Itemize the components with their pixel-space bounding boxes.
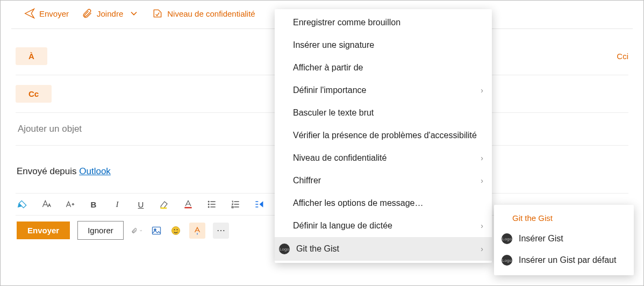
svg-point-7 [171,226,180,234]
svg-point-3 [208,204,209,205]
menu-item[interactable]: Afficher les options de message… [275,192,492,215]
bulleted-list-icon[interactable] [206,198,218,210]
discard-button[interactable]: Ignorer [77,221,124,240]
toggle-format-bar-button[interactable] [189,223,205,239]
underline-button[interactable]: U [135,198,147,210]
menu-item[interactable]: Insérer une signature [275,34,492,56]
sensitivity-icon [152,8,163,19]
svg-point-9 [176,229,177,230]
numbered-list-icon[interactable] [230,198,241,210]
insert-picture-button[interactable] [151,225,162,237]
svg-point-4 [208,206,209,208]
chevron-right-icon: › [481,86,483,95]
italic-button[interactable]: I [111,198,123,210]
outdent-icon[interactable] [253,198,265,210]
attach-button[interactable]: Joindre [82,8,139,19]
chevron-down-icon [139,228,142,233]
menu-item[interactable]: Définir l'importance› [275,79,492,102]
menu-item-label: Afficher les options de message… [293,198,424,208]
confidentiality-label: Niveau de confidentialité [167,9,255,18]
menu-item-label: Niveau de confidentialité [293,153,387,163]
paperclip-icon [131,226,138,235]
confidentiality-button[interactable]: Niveau de confidentialité [152,8,255,19]
highlight-icon[interactable] [159,198,170,210]
bold-button[interactable]: B [88,198,99,210]
send-top-button[interactable]: Envoyer [24,8,69,19]
submenu-item-label: Insérer Gist [519,234,563,244]
svg-rect-1 [184,207,191,209]
font-size-icon[interactable] [64,198,76,210]
svg-rect-0 [161,208,167,209]
menu-item[interactable]: LogoGit the Gist› [275,237,492,261]
to-button[interactable]: À [16,47,47,65]
svg-rect-5 [152,227,160,234]
menu-item[interactable]: Définir la langue de dictée› [275,215,492,237]
font-family-icon[interactable] [40,198,52,210]
body-prefix: Envoyé depuis [17,166,79,176]
menu-item-label: Insérer une signature [293,40,374,50]
font-color-icon[interactable] [182,198,194,210]
submenu-title: Git the Gist [494,209,634,228]
emoji-button[interactable] [170,225,182,237]
submenu-item[interactable]: LogoInsérer un Gist par défaut [494,249,634,271]
send-button[interactable]: Envoyer [17,221,70,239]
addin-logo-icon: Logo [279,244,290,254]
menu-item-label: Enregistrer comme brouillon [293,18,400,27]
outlook-link[interactable]: Outlook [79,166,111,176]
attach-label: Joindre [97,9,123,18]
addin-logo-icon: Logo [502,255,512,266]
svg-point-2 [208,201,209,202]
format-painter-icon[interactable] [17,198,28,210]
submenu-item[interactable]: LogoInsérer Gist [494,228,634,249]
menu-item[interactable]: Enregistrer comme brouillon [275,11,492,34]
chevron-down-icon [128,8,139,19]
cc-button[interactable]: Cc [16,85,52,103]
addin-logo-icon: Logo [502,233,512,244]
menu-item[interactable]: Afficher à partir de [275,56,492,79]
git-the-gist-submenu: Git the Gist LogoInsérer GistLogoInsérer… [494,205,634,275]
more-options-menu: Enregistrer comme brouillonInsérer une s… [275,9,492,263]
chevron-right-icon: › [481,154,483,162]
send-icon [24,8,35,19]
paperclip-icon [82,8,92,19]
submenu-item-label: Insérer un Gist par défaut [519,255,616,265]
attach-bottom-button[interactable] [131,225,143,237]
bcc-toggle[interactable]: Cci [617,52,628,61]
menu-item[interactable]: Basculer le texte brut [275,102,492,124]
menu-item[interactable]: Chiffrer› [275,169,492,192]
menu-item-label: Afficher à partir de [293,63,363,73]
menu-item-label: Basculer le texte brut [293,108,374,118]
menu-item[interactable]: Niveau de confidentialité› [275,147,492,169]
menu-item-label: Chiffrer [293,176,321,185]
chevron-right-icon: › [481,221,483,230]
send-top-label: Envoyer [39,9,69,18]
menu-item[interactable]: Vérifier la présence de problèmes d'acce… [275,124,492,147]
menu-item-label: Vérifier la présence de problèmes d'acce… [293,131,477,140]
chevron-right-icon: › [481,245,483,253]
chevron-right-icon: › [481,176,483,185]
svg-point-8 [174,229,175,230]
more-options-button[interactable]: ⋯ [213,223,229,239]
menu-item-label: Définir l'importance [293,85,366,95]
menu-item-label: Git the Gist [296,244,339,254]
menu-item-label: Définir la langue de dictée [293,221,392,231]
